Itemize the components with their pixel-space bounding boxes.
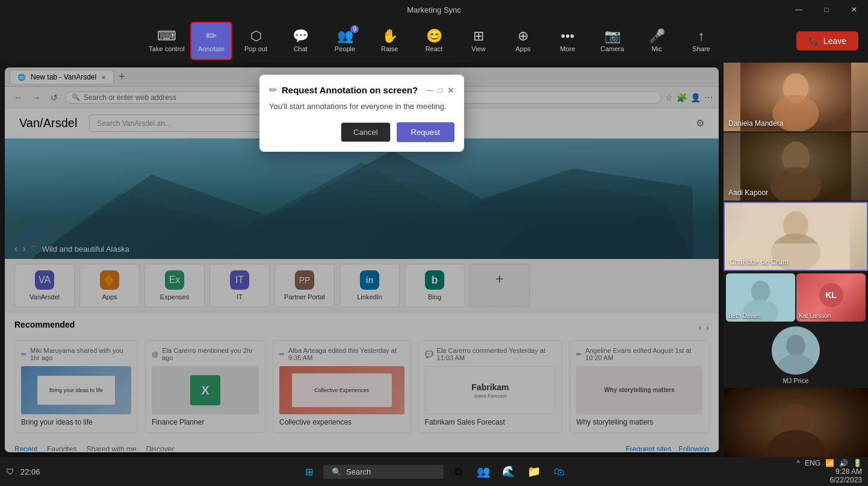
title-bar: Marketing Sync — □ ✕ (0, 0, 868, 19)
participant-name-charlotte: Charlotte de Crum (730, 258, 789, 266)
battery-icon: 🔋 (853, 459, 862, 467)
more-button[interactable]: ••• More (547, 22, 589, 60)
participant-kat: KL Kat Larsson (796, 273, 866, 322)
participant-aadi: Aadi Kapoor (724, 132, 868, 201)
pop-out-icon: ⬡ (250, 30, 262, 43)
participant-name-daniela: Daniela Mandera (728, 119, 783, 128)
taskbar-left: 🛡 22:06 (6, 467, 40, 476)
task-view-button[interactable]: ⧉ (447, 461, 469, 482)
annotation-dialog: ✏ Request Annotation on screen? — □ ✕ Yo… (259, 75, 464, 152)
file-explorer-icon[interactable]: 📁 (523, 461, 545, 482)
participant-name-kat: Kat Larsson (799, 313, 831, 319)
taskbar-search[interactable]: 🔍 Search (323, 465, 444, 479)
participants-sidebar: Daniela Mandera Aadi Kapoor Charlotte (724, 63, 868, 457)
window-controls: — □ ✕ (785, 0, 868, 19)
search-icon: 🔍 (332, 467, 341, 476)
participant-mj: MJ Price (724, 322, 868, 387)
dialog-overlay: ✏ Request Annotation on screen? — □ ✕ Yo… (0, 63, 724, 457)
windows-logo: ⊞ (305, 466, 313, 478)
annotate-button[interactable]: ✏ Annotate (190, 22, 232, 60)
svg-point-18 (786, 335, 805, 357)
taskbar: 🛡 22:06 ⊞ 🔍 Search ⧉ 👥 🌊 📁 🛍 ^ ENG 📶 🔊 🔋… (0, 457, 868, 486)
system-tray-icon[interactable]: ^ (796, 459, 800, 467)
maximize-button[interactable]: □ (813, 0, 840, 19)
share-icon: ↑ (698, 30, 705, 43)
participant-name-aadi: Aadi Kapoor (728, 188, 768, 197)
shield-icon: 🛡 (6, 467, 14, 476)
start-button[interactable]: ⊞ (298, 461, 320, 482)
react-icon: 😊 (426, 30, 442, 43)
request-button[interactable]: Request (397, 122, 454, 142)
volume-icon: 🔊 (839, 459, 848, 467)
edge-icon[interactable]: 🌊 (498, 461, 519, 482)
dialog-footer: Cancel Request (259, 122, 464, 152)
clock: 9:28 AM (830, 467, 862, 476)
people-badge: 9 (350, 25, 359, 33)
take-control-button[interactable]: ⌨ Take control (146, 22, 188, 60)
annotation-icon: ✏ (269, 84, 277, 96)
people-button[interactable]: 👥 People 9 (324, 22, 366, 60)
svg-point-15 (751, 281, 770, 302)
apps-icon: ⊕ (518, 30, 529, 43)
small-participants-row: Beth Davies KL Kat Larsson (724, 271, 868, 322)
dialog-close-button[interactable]: ✕ (447, 86, 454, 95)
phone-icon: 📞 (808, 36, 819, 46)
chat-icon: 💬 (293, 30, 309, 43)
chat-button[interactable]: 💬 Chat (279, 22, 321, 60)
taskbar-time: 22:06 (20, 467, 40, 476)
participant-serena: Serena Davis (724, 388, 868, 457)
store-icon[interactable]: 🛍 (548, 461, 570, 482)
wifi-icon: 📶 (825, 459, 834, 467)
meeting-toolbar: ⌨ Take control ✏ Annotate ⬡ Pop out 💬 Ch… (0, 19, 868, 63)
app-title: Marketing Sync (407, 5, 461, 14)
participant-daniela: Daniela Mandera (724, 63, 868, 131)
teams-icon[interactable]: 👥 (473, 461, 494, 482)
participant-charlotte: Charlotte de Crum (724, 202, 868, 271)
pop-out-button[interactable]: ⬡ Pop out (235, 22, 277, 60)
participant-name-beth: Beth Davies (728, 313, 761, 319)
dialog-maximize-button[interactable]: □ (438, 86, 442, 95)
camera-button[interactable]: 📷 Camera (591, 22, 633, 60)
participant-name-mj: MJ Price (726, 377, 866, 384)
taskbar-center: ⊞ 🔍 Search ⧉ 👥 🌊 📁 🛍 (298, 461, 570, 482)
dialog-minimize-button[interactable]: — (426, 86, 433, 95)
camera-icon: 📷 (604, 30, 621, 43)
raise-icon: ✋ (382, 30, 398, 43)
view-button[interactable]: ⊞ View (457, 22, 500, 60)
annotate-icon: ✏ (206, 30, 217, 43)
mic-icon: 🎤 (649, 30, 665, 43)
participant-beth: Beth Davies (726, 273, 795, 322)
share-button[interactable]: ↑ Share (680, 22, 722, 60)
minimize-button[interactable]: — (785, 0, 813, 19)
lang-indicator: ENG (805, 459, 820, 467)
dialog-header: ✏ Request Annotation on screen? — □ ✕ (259, 75, 464, 96)
mic-button[interactable]: 🎤 Mic (636, 22, 678, 60)
date: 6/22/2023 (830, 476, 862, 484)
dialog-title: Request Annotation on screen? (282, 85, 418, 95)
take-control-icon: ⌨ (157, 30, 176, 43)
apps-button[interactable]: ⊕ Apps (502, 22, 544, 60)
taskbar-right: ^ ENG 📶 🔊 🔋 9:28 AM 6/22/2023 (796, 459, 862, 484)
leave-button[interactable]: 📞 Leave (796, 31, 858, 51)
cancel-button[interactable]: Cancel (341, 122, 390, 142)
dialog-body: You'll start annotations for everyone in… (259, 96, 464, 122)
kat-avatar: KL (819, 283, 843, 307)
close-button[interactable]: ✕ (840, 0, 868, 19)
react-button[interactable]: 😊 React (413, 22, 455, 60)
view-icon: ⊞ (473, 30, 484, 43)
more-icon: ••• (560, 30, 574, 43)
raise-button[interactable]: ✋ Raise (368, 22, 411, 60)
mj-avatar (772, 326, 820, 375)
